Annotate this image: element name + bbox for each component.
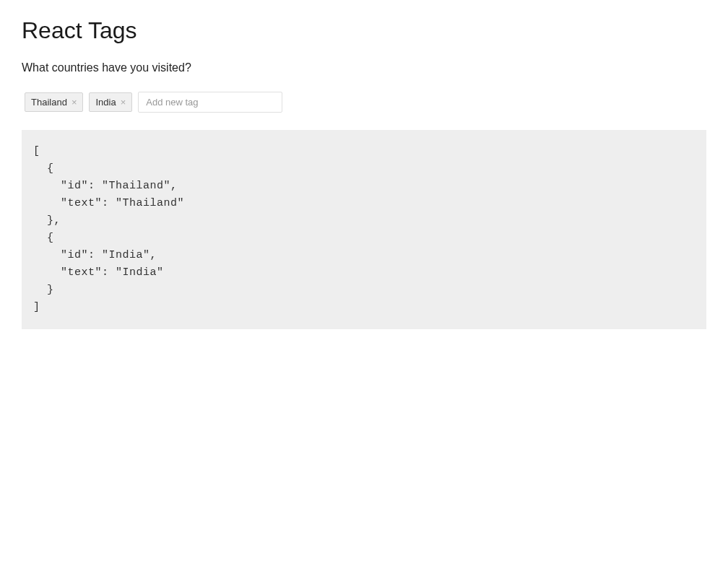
tag-label: India xyxy=(95,97,116,108)
tags-container: Thailand × India × xyxy=(22,92,706,113)
close-icon[interactable]: × xyxy=(72,97,77,107)
close-icon[interactable]: × xyxy=(121,97,126,107)
add-tag-input[interactable] xyxy=(138,92,282,113)
tag-label: Thailand xyxy=(31,97,67,108)
page-title: React Tags xyxy=(22,17,706,44)
tag-thailand[interactable]: Thailand × xyxy=(25,92,83,112)
question-text: What countries have you visited? xyxy=(22,61,706,74)
tag-india[interactable]: India × xyxy=(89,92,132,112)
json-output: [ { "id": "Thailand", "text": "Thailand"… xyxy=(22,130,706,329)
